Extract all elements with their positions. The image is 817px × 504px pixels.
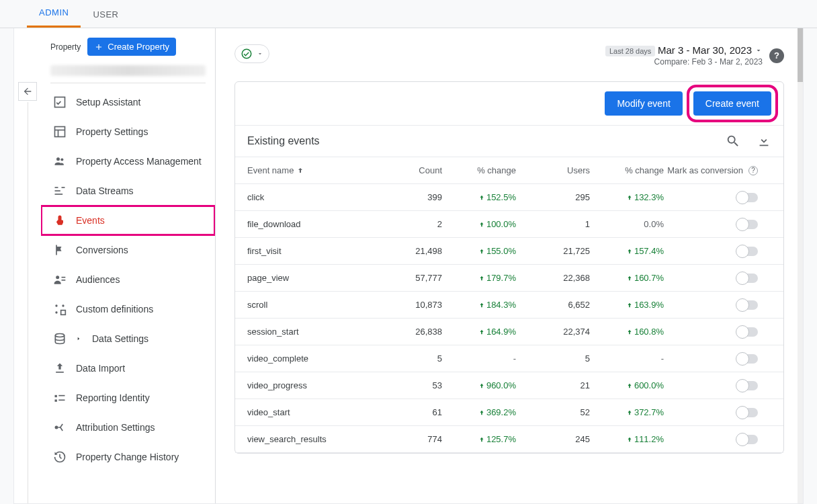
sidebar-item-label: Property Access Management bbox=[76, 156, 202, 167]
top-tabs: ADMIN USER bbox=[0, 0, 817, 28]
scrollbar[interactable] bbox=[798, 28, 803, 503]
custom-icon bbox=[53, 302, 67, 316]
sidebar-item-label: Property Change History bbox=[76, 452, 179, 462]
sidebar-item-property-settings[interactable]: Property Settings bbox=[41, 117, 215, 146]
sidebar-item-label: Data Import bbox=[76, 363, 125, 374]
event-name[interactable]: first_visit bbox=[247, 246, 382, 256]
sidebar-item-label: Setup Assistant bbox=[76, 97, 141, 108]
event-name[interactable]: video_complete bbox=[247, 353, 382, 364]
conversion-toggle[interactable] bbox=[736, 435, 758, 444]
conversion-toggle[interactable] bbox=[736, 274, 758, 283]
conversion-toggle[interactable] bbox=[736, 220, 758, 229]
event-count: 2 bbox=[382, 219, 442, 229]
search-icon bbox=[726, 134, 740, 149]
col-count[interactable]: Count bbox=[382, 165, 442, 175]
checklist-icon bbox=[53, 95, 67, 109]
table-row: page_view57,777179.7%22,368160.7% bbox=[235, 265, 783, 292]
svg-rect-12 bbox=[62, 280, 66, 281]
sidebar-item-label: Attribution Settings bbox=[76, 422, 155, 433]
table-row: click399152.5%295132.3% bbox=[235, 184, 783, 211]
sidebar-item-conversions[interactable]: Conversions bbox=[41, 235, 215, 265]
arrow-up-icon bbox=[626, 302, 633, 308]
arrow-up-icon bbox=[626, 436, 633, 443]
sidebar-item-data-settings[interactable]: Data Settings bbox=[41, 324, 215, 353]
arrow-up-icon bbox=[478, 275, 485, 282]
arrow-up-icon bbox=[626, 382, 633, 389]
property-label: Property bbox=[50, 42, 81, 52]
conversion-toggle[interactable] bbox=[736, 408, 758, 417]
conversion-toggle[interactable] bbox=[736, 327, 758, 337]
arrow-up-icon bbox=[478, 409, 485, 416]
conversion-toggle[interactable] bbox=[736, 193, 758, 202]
sidebar-item-attribution-settings[interactable]: Attribution Settings bbox=[41, 413, 215, 442]
users-change: 157.4% bbox=[590, 246, 664, 256]
event-count: 26,838 bbox=[382, 327, 442, 337]
event-users: 245 bbox=[516, 434, 590, 444]
event-count: 21,498 bbox=[382, 246, 442, 256]
event-name[interactable]: scroll bbox=[247, 300, 382, 310]
conversion-toggle-cell bbox=[664, 193, 771, 202]
arrow-up-icon bbox=[296, 167, 304, 175]
arrow-left-icon bbox=[22, 86, 33, 97]
sidebar-item-reporting-identity[interactable]: Reporting Identity bbox=[41, 383, 215, 413]
property-name-redacted[interactable] bbox=[50, 65, 206, 76]
event-name[interactable]: video_progress bbox=[247, 380, 382, 390]
audience-icon bbox=[53, 273, 67, 286]
svg-rect-9 bbox=[62, 187, 65, 188]
date-chip: Last 28 days bbox=[605, 46, 655, 56]
svg-rect-20 bbox=[58, 395, 64, 396]
tab-admin[interactable]: ADMIN bbox=[27, 0, 81, 28]
event-users: 21,725 bbox=[516, 246, 590, 256]
back-button[interactable] bbox=[18, 82, 37, 101]
filter-pill[interactable] bbox=[234, 44, 269, 63]
sidebar-item-property-access-management[interactable]: Property Access Management bbox=[41, 146, 215, 176]
col-users[interactable]: Users bbox=[516, 165, 590, 175]
conversion-toggle[interactable] bbox=[736, 247, 758, 256]
event-name[interactable]: session_start bbox=[247, 327, 382, 337]
event-name[interactable]: file_download bbox=[247, 219, 382, 229]
event-name[interactable]: view_search_results bbox=[247, 434, 382, 444]
arrow-up-icon bbox=[478, 248, 485, 255]
col-event-name[interactable]: Event name bbox=[247, 165, 382, 175]
sidebar-item-custom-definitions[interactable]: Custom definitions bbox=[41, 294, 215, 324]
event-name[interactable]: page_view bbox=[247, 273, 382, 283]
table-row: view_search_results774125.7%245111.2% bbox=[235, 426, 783, 453]
flag-icon bbox=[53, 243, 67, 257]
help-icon[interactable]: ? bbox=[748, 166, 758, 175]
sidebar-item-data-streams[interactable]: Data Streams bbox=[41, 176, 215, 206]
date-range-selector[interactable]: Mar 3 - Mar 30, 2023 bbox=[658, 44, 763, 56]
col-pct-change-1[interactable]: % change bbox=[442, 165, 516, 175]
create-event-button[interactable]: Create event bbox=[693, 91, 771, 116]
event-users: 52 bbox=[516, 407, 590, 417]
users-change: 163.9% bbox=[590, 300, 664, 310]
sidebar-item-events[interactable]: Events bbox=[41, 206, 215, 235]
event-name[interactable]: video_start bbox=[247, 407, 382, 417]
tab-user[interactable]: USER bbox=[81, 1, 130, 28]
identity-icon bbox=[53, 391, 67, 405]
download-button[interactable] bbox=[757, 134, 771, 149]
sidebar-item-data-import[interactable]: Data Import bbox=[41, 353, 215, 383]
arrow-up-icon bbox=[626, 409, 633, 416]
event-count: 399 bbox=[382, 192, 442, 202]
sidebar-item-audiences[interactable]: Audiences bbox=[41, 265, 215, 294]
modify-event-button[interactable]: Modify event bbox=[605, 91, 682, 116]
help-button[interactable]: ? bbox=[769, 48, 784, 63]
svg-rect-19 bbox=[55, 395, 57, 397]
col-pct-change-2[interactable]: % change bbox=[590, 165, 664, 175]
search-button[interactable] bbox=[726, 134, 740, 149]
conversion-toggle[interactable] bbox=[736, 354, 758, 364]
streams-icon bbox=[53, 184, 67, 198]
sidebar-item-property-change-history[interactable]: Property Change History bbox=[41, 442, 215, 472]
event-count: 57,777 bbox=[382, 273, 442, 283]
table-row: video_complete5-5- bbox=[235, 345, 783, 372]
create-property-button[interactable]: Create Property bbox=[87, 38, 176, 56]
count-change: 152.5% bbox=[442, 192, 516, 202]
sidebar-item-setup-assistant[interactable]: Setup Assistant bbox=[41, 87, 215, 117]
conversion-toggle[interactable] bbox=[736, 300, 758, 310]
upload-icon bbox=[53, 362, 67, 375]
conversion-toggle[interactable] bbox=[736, 381, 758, 390]
event-name[interactable]: click bbox=[247, 192, 382, 202]
count-change: - bbox=[442, 353, 516, 364]
svg-point-5 bbox=[60, 158, 63, 161]
sidebar-item-label: Property Settings bbox=[76, 126, 148, 137]
